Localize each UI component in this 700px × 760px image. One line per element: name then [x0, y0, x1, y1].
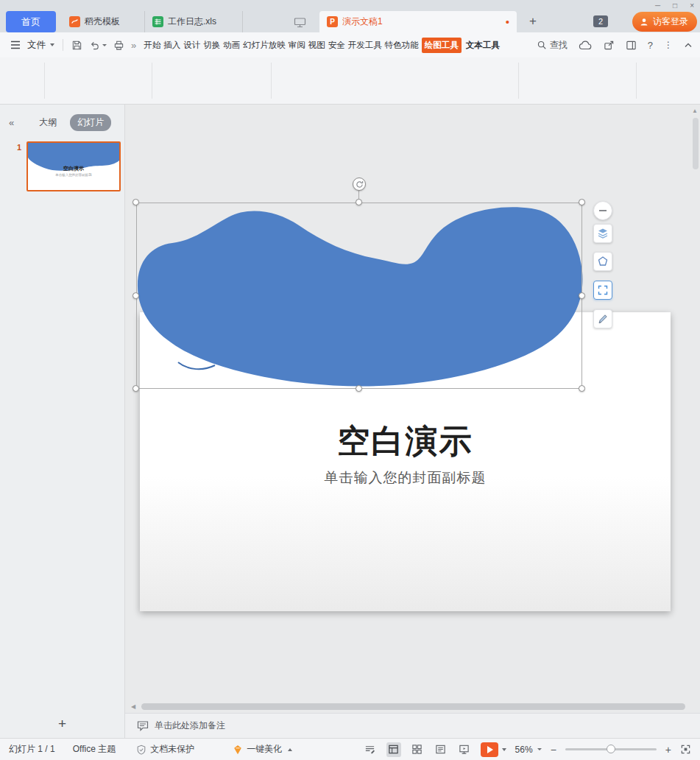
resize-handle-sw[interactable] — [132, 385, 139, 392]
notes-bubble-icon — [137, 720, 149, 731]
find-button[interactable]: 查找 — [537, 39, 568, 52]
collapse-panel-icon[interactable]: « — [9, 117, 14, 128]
tab-drawing-tools[interactable]: 绘图工具 — [422, 38, 462, 53]
more-commands-icon[interactable]: » — [131, 40, 136, 51]
layers-icon — [597, 228, 609, 239]
rotate-icon — [356, 180, 364, 189]
cloud-sync-icon[interactable] — [579, 40, 593, 50]
zoom-slider[interactable] — [565, 748, 657, 750]
resize-handle-n[interactable] — [356, 199, 362, 205]
resize-handle-w[interactable] — [132, 292, 139, 299]
chevron-down-icon — [537, 748, 542, 750]
notes-placeholder: 单击此处添加备注 — [155, 719, 225, 732]
rotation-handle[interactable] — [353, 177, 366, 191]
save-icon[interactable] — [71, 40, 82, 51]
format-brush-button[interactable] — [593, 309, 612, 328]
wps-presentation-window: ─ □ × 首页 稻壳模板 工作日志.xls P 演示文稿1 • — [0, 0, 700, 760]
slide-canvas[interactable]: 空白演示 单击输入您的封面副标题 — [125, 105, 700, 713]
fit-slide-icon[interactable] — [680, 744, 691, 755]
task-pane-icon[interactable] — [626, 40, 637, 51]
resize-handle-se[interactable] — [579, 385, 585, 392]
undo-button[interactable] — [89, 40, 107, 51]
slide-title[interactable]: 空白演示 — [140, 420, 671, 463]
tab-special-features[interactable]: 特色功能 — [383, 38, 420, 53]
reading-view-button[interactable] — [434, 742, 448, 757]
chevron-down-icon — [102, 44, 107, 46]
chevron-down-icon — [502, 748, 506, 751]
tab-docer-templates[interactable]: 稻壳模板 — [62, 11, 145, 32]
undo-icon — [89, 40, 100, 51]
collapse-toolbar-button[interactable] — [593, 201, 612, 220]
file-menu[interactable]: 文件 — [27, 39, 54, 52]
crop-select-button[interactable] — [593, 281, 612, 300]
window-controls: ─ □ × — [655, 0, 694, 11]
more-menu-icon[interactable]: ⋮ — [664, 40, 673, 50]
minimize-icon[interactable]: ─ — [655, 1, 660, 10]
scroll-left-icon: ◀ — [131, 703, 135, 710]
tab-view[interactable]: 视图 — [307, 38, 327, 53]
print-icon[interactable] — [113, 40, 124, 51]
tab-design[interactable]: 设计 — [182, 38, 202, 53]
guest-login-button[interactable]: 访客登录 — [632, 12, 697, 32]
zoom-out-button[interactable]: − — [551, 744, 556, 756]
play-icon — [481, 742, 498, 757]
tab-spreadsheet-worklog[interactable]: 工作日志.xls — [145, 11, 243, 32]
zoom-level[interactable]: 56% — [515, 745, 542, 755]
screen-share-icon[interactable] — [294, 17, 306, 28]
slide-sorter-view-button[interactable] — [410, 742, 425, 757]
tab-presentation1[interactable]: P 演示文稿1 • — [319, 11, 517, 32]
help-icon[interactable]: ? — [648, 40, 653, 51]
tab-review[interactable]: 审阅 — [287, 38, 307, 53]
divider — [152, 63, 152, 99]
scroll-up-icon: ▲ — [692, 108, 698, 114]
new-tab-button[interactable]: + — [524, 13, 542, 30]
vertical-scroll-thumb[interactable] — [693, 118, 699, 169]
thumbnail-title: 空白演示 — [28, 165, 119, 172]
slide-panel: « 大纲 幻灯片 1 空白演示 单击输入您的封面副标题 + — [0, 105, 125, 738]
add-slide-button[interactable]: + — [0, 716, 124, 732]
theme-indicator[interactable]: Office 主题 — [73, 743, 116, 756]
tab-security[interactable]: 安全 — [327, 38, 347, 53]
maximize-icon[interactable]: □ — [673, 1, 677, 10]
resize-handle-nw[interactable] — [132, 199, 139, 205]
notes-bar[interactable]: 单击此处添加备注 — [125, 713, 700, 738]
home-tab[interactable]: 首页 — [6, 11, 56, 32]
beautify-button[interactable]: 一键美化 — [233, 743, 292, 756]
protection-status[interactable]: 文档未保护 — [136, 743, 194, 756]
share-icon[interactable] — [604, 40, 615, 51]
slide-subtitle[interactable]: 单击输入您的封面副标题 — [140, 468, 671, 488]
tab-animation[interactable]: 动画 — [222, 38, 241, 53]
presenter-view-button[interactable] — [457, 742, 472, 757]
tab-insert[interactable]: 插入 — [162, 38, 182, 53]
normal-view-button[interactable] — [386, 742, 401, 757]
tab-label: 工作日志.xls — [168, 15, 216, 28]
horizontal-scroll-thumb[interactable] — [141, 703, 685, 710]
tab-transition[interactable]: 切换 — [202, 38, 222, 53]
tab-developer[interactable]: 开发工具 — [347, 38, 383, 53]
tab-label: 稻壳模板 — [85, 15, 120, 28]
tab-slideshow[interactable]: 幻灯片放映 — [241, 38, 287, 53]
zoom-slider-thumb[interactable] — [607, 745, 615, 753]
slide-thumbnail[interactable]: 空白演示 单击输入您的封面副标题 — [26, 141, 121, 191]
horizontal-scrollbar[interactable]: ◀ — [131, 703, 688, 711]
layer-order-button[interactable] — [593, 224, 612, 243]
message-count-badge[interactable]: 2 — [593, 15, 608, 27]
tab-text-tools[interactable]: 文本工具 — [463, 38, 503, 53]
play-slideshow-button[interactable] — [481, 742, 506, 757]
resize-handle-s[interactable] — [356, 385, 362, 392]
hamburger-menu-icon[interactable] — [10, 41, 21, 49]
vertical-scrollbar[interactable]: ▲ — [690, 108, 699, 114]
zoom-in-button[interactable]: + — [665, 744, 671, 756]
divider — [44, 63, 45, 99]
brush-icon — [597, 313, 609, 325]
collapse-ribbon-icon[interactable] — [684, 42, 693, 48]
tab-slides[interactable]: 幻灯片 — [70, 114, 111, 131]
selected-shape[interactable] — [132, 177, 596, 398]
resize-handle-ne[interactable] — [579, 199, 585, 205]
notes-toggle-button[interactable] — [363, 742, 378, 757]
rotate-shape-button[interactable] — [593, 252, 612, 271]
tab-outline[interactable]: 大纲 — [32, 114, 64, 131]
resize-handle-e[interactable] — [579, 292, 585, 299]
tab-start[interactable]: 开始 — [142, 38, 162, 53]
close-icon[interactable]: × — [690, 1, 694, 10]
